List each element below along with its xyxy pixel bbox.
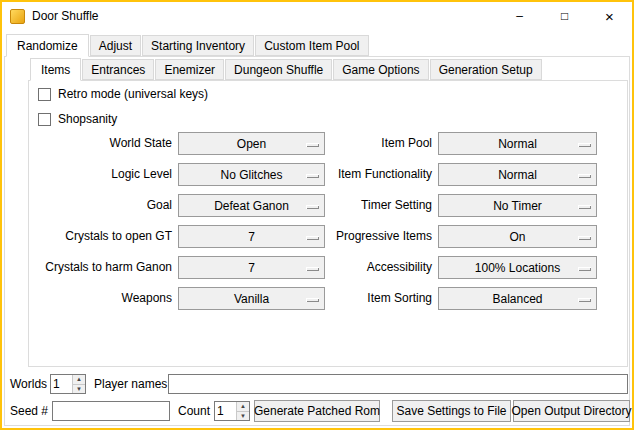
crystals-harm-ganon-dropdown[interactable]: 7 (178, 256, 325, 279)
seed-input[interactable] (52, 401, 170, 421)
outer-tabbar: Randomize Adjust Starting Inventory Cust… (6, 35, 370, 56)
crystals-open-gt-value: 7 (248, 230, 255, 244)
count-spin-input[interactable] (215, 402, 236, 420)
dropdown-indicator-icon (578, 267, 591, 271)
worlds-spin-input[interactable] (51, 375, 72, 393)
close-icon: × (605, 8, 614, 25)
timer-setting-value: No Timer (493, 199, 542, 213)
maximize-button[interactable]: □ (542, 2, 587, 30)
weapons-value: Vanilla (234, 292, 269, 306)
logic-level-dropdown[interactable]: No Glitches (178, 163, 325, 186)
tab-starting-inventory[interactable]: Starting Inventory (142, 35, 254, 56)
accessibility-dropdown[interactable]: 100% Locations (438, 256, 597, 279)
tab-adjust[interactable]: Adjust (90, 35, 141, 56)
item-functionality-label: Item Functionality (318, 163, 432, 186)
world-state-value: Open (237, 137, 266, 151)
window-title: Door Shuffle (32, 9, 99, 23)
worlds-label: Worlds (10, 374, 47, 394)
count-label: Count (178, 401, 210, 421)
count-spin-up-icon[interactable]: ▲ (237, 402, 249, 412)
tab-entrances[interactable]: Entrances (82, 59, 154, 80)
tab-generation-setup[interactable]: Generation Setup (430, 59, 542, 80)
timer-setting-label: Timer Setting (318, 194, 432, 217)
weapons-dropdown[interactable]: Vanilla (178, 287, 325, 310)
progressive-items-label: Progressive Items (318, 225, 432, 248)
dropdown-indicator-icon (578, 174, 591, 178)
worlds-spin-arrows: ▲ ▼ (72, 375, 85, 393)
item-pool-dropdown[interactable]: Normal (438, 132, 597, 155)
tab-custom-item-pool[interactable]: Custom Item Pool (255, 35, 368, 56)
count-spin-arrows: ▲ ▼ (236, 402, 249, 420)
item-sorting-label: Item Sorting (318, 287, 432, 310)
dropdown-indicator-icon (578, 143, 591, 147)
crystals-harm-ganon-label: Crystals to harm Ganon (26, 256, 172, 279)
goal-dropdown[interactable]: Defeat Ganon (178, 194, 325, 217)
retro-mode-checkbox-row: Retro mode (universal keys) (38, 87, 208, 101)
retro-mode-label: Retro mode (universal keys) (58, 87, 208, 101)
item-sorting-value: Balanced (492, 292, 542, 306)
door-shuffle-window: Door Shuffle – □ × Randomize Adjust Star… (0, 0, 634, 430)
tab-dungeon-shuffle[interactable]: Dungeon Shuffle (225, 59, 332, 80)
crystals-open-gt-label: Crystals to open GT (26, 225, 172, 248)
item-functionality-value: Normal (498, 168, 537, 182)
accessibility-value: 100% Locations (475, 261, 560, 275)
count-spin-down-icon[interactable]: ▼ (237, 412, 249, 421)
player-names-label: Player names (94, 374, 167, 394)
progressive-items-dropdown[interactable]: On (438, 225, 597, 248)
dropdown-indicator-icon (578, 205, 591, 209)
tab-enemizer[interactable]: Enemizer (155, 59, 224, 80)
items-pane (28, 80, 628, 367)
goal-value: Defeat Ganon (214, 199, 289, 213)
item-functionality-dropdown[interactable]: Normal (438, 163, 597, 186)
titlebar: Door Shuffle – □ × (2, 2, 632, 30)
shopsanity-label: Shopsanity (58, 112, 117, 126)
item-sorting-dropdown[interactable]: Balanced (438, 287, 597, 310)
tab-game-options[interactable]: Game Options (333, 59, 428, 80)
generate-rom-button[interactable]: Generate Patched Rom (254, 400, 380, 422)
logic-level-value: No Glitches (220, 168, 282, 182)
count-spinbox[interactable]: ▲ ▼ (214, 401, 250, 421)
shopsanity-checkbox-row: Shopsanity (38, 112, 117, 126)
world-state-label: World State (26, 132, 172, 155)
dropdown-indicator-icon (578, 236, 591, 240)
minimize-button[interactable]: – (497, 2, 542, 30)
inner-tabbar: Items Entrances Enemizer Dungeon Shuffle… (30, 59, 543, 80)
worlds-spinbox[interactable]: ▲ ▼ (50, 374, 86, 394)
save-settings-button[interactable]: Save Settings to File (392, 400, 511, 422)
window-controls: – □ × (497, 2, 632, 30)
weapons-label: Weapons (26, 287, 172, 310)
player-names-input[interactable] (168, 374, 628, 394)
goal-label: Goal (26, 194, 172, 217)
worlds-spin-down-icon[interactable]: ▼ (73, 385, 85, 394)
progressive-items-value: On (509, 230, 525, 244)
tab-items[interactable]: Items (30, 58, 81, 81)
item-pool-label: Item Pool (318, 132, 432, 155)
dropdown-indicator-icon (578, 298, 591, 302)
crystals-harm-ganon-value: 7 (248, 261, 255, 275)
crystals-open-gt-dropdown[interactable]: 7 (178, 225, 325, 248)
worlds-spin-up-icon[interactable]: ▲ (73, 375, 85, 385)
shopsanity-checkbox[interactable] (38, 113, 51, 126)
open-output-button[interactable]: Open Output Directory (513, 400, 630, 422)
minimize-icon: – (516, 9, 523, 23)
item-pool-value: Normal (498, 137, 537, 151)
timer-setting-dropdown[interactable]: No Timer (438, 194, 597, 217)
close-button[interactable]: × (587, 2, 632, 30)
retro-mode-checkbox[interactable] (38, 88, 51, 101)
accessibility-label: Accessibility (318, 256, 432, 279)
maximize-icon: □ (561, 9, 568, 23)
logic-level-label: Logic Level (26, 163, 172, 186)
world-state-dropdown[interactable]: Open (178, 132, 325, 155)
seed-label: Seed # (10, 401, 48, 421)
tab-randomize[interactable]: Randomize (6, 34, 89, 57)
app-icon (10, 9, 25, 24)
